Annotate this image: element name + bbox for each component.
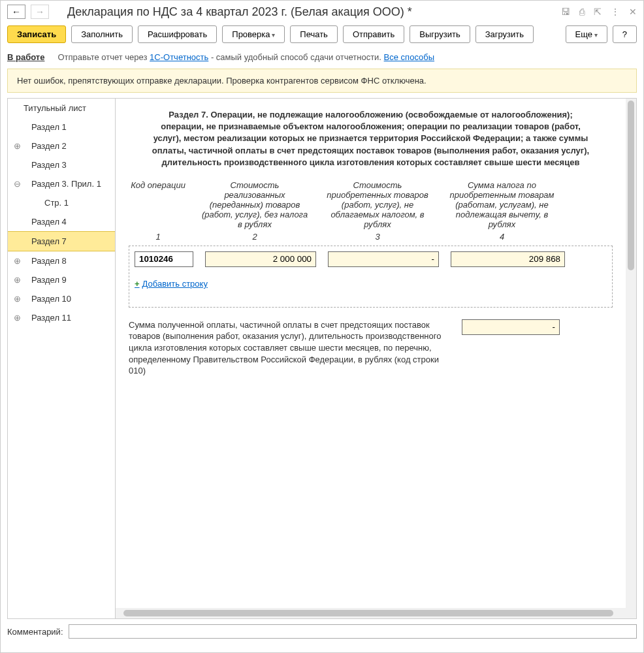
sidebar-item-title-page[interactable]: Титульный лист [8,99,115,118]
close-icon[interactable]: ✕ [629,7,637,17]
sidebar-item-section-3[interactable]: Раздел 3 [8,155,115,174]
columns-header: Код операции Стоимость реализованных (пе… [129,180,613,229]
attach-icon[interactable]: ⇱ [594,7,602,17]
sidebar-item-section-10[interactable]: ⊕Раздел 10 [8,289,115,308]
sidebar-item-section-8[interactable]: ⊕Раздел 8 [8,251,115,270]
sidebar-item-section-4[interactable]: Раздел 4 [8,212,115,231]
sidebar-item-section-11[interactable]: ⊕Раздел 11 [8,308,115,327]
fill-button[interactable]: Заполнить [71,25,133,43]
info-banner: Нет ошибок, препятствующих отправке декл… [7,69,637,93]
more-button[interactable]: Еще [566,25,607,43]
col-header-4: Сумма налога по приобретенным товарам (р… [445,180,559,229]
col-header-3: Стоимость приобретенных товаров (работ, … [322,180,433,229]
main-wrapper: Раздел 7. Операции, не подлежащие налого… [116,99,636,618]
send-button[interactable]: Отправить [343,25,404,43]
status-state[interactable]: В работе [7,52,44,62]
col-header-2: Стоимость реализованных (переданных) тов… [199,180,310,229]
col-num-row: 1 2 3 4 [129,232,613,242]
col-header-1: Код операции [129,180,187,229]
comment-input[interactable] [69,624,637,639]
nav-forward-button[interactable]: → [31,5,49,19]
expand-icon[interactable]: ⊕ [13,256,21,266]
check-button[interactable]: Проверка [222,25,285,43]
status-text: Отправьте отчет через 1С-Отчетность - са… [57,52,434,62]
link-1c-report[interactable]: 1С-Отчетность [150,52,208,62]
window-title: Декларация по НДС за 4 квартал 2023 г. (… [67,5,556,19]
collapse-icon[interactable]: ⊖ [13,179,21,189]
decrypt-button[interactable]: Расшифровать [138,25,217,43]
title-icons: 🖫 ⎙ ⇱ ⋮ ✕ [561,7,637,17]
comment-label: Комментарий: [7,627,63,637]
comment-row: Комментарий: [1,619,643,644]
expand-icon[interactable]: ⊕ [13,313,21,323]
expand-icon[interactable]: ⊕ [13,141,21,151]
upload-button[interactable]: Выгрузить [410,25,470,43]
bottom-description: Сумма полученной оплаты, частичной оплат… [129,319,449,377]
sidebar-item-page-1[interactable]: Стр. 1 [8,193,115,212]
expand-icon[interactable]: ⊕ [13,275,21,285]
data-block: +Добавить строку [129,246,613,308]
help-button[interactable]: ? [613,25,637,43]
sidebar-item-section-7[interactable]: Раздел 7 [8,231,115,251]
vertical-scrollbar[interactable] [626,99,636,618]
sidebar: Титульный лист Раздел 1 ⊕Раздел 2 Раздел… [8,99,116,618]
bottom-value-input[interactable] [462,319,560,335]
download-button[interactable]: Загрузить [475,25,534,43]
print-icon[interactable]: ⎙ [579,7,585,17]
content: Титульный лист Раздел 1 ⊕Раздел 2 Раздел… [7,98,637,619]
sidebar-item-section-1[interactable]: Раздел 1 [8,118,115,136]
print-button[interactable]: Печать [290,25,338,43]
value-2-input[interactable] [205,251,316,267]
code-input[interactable] [135,251,193,267]
save-icon[interactable]: 🖫 [561,7,570,17]
horizontal-scrollbar[interactable] [116,608,626,618]
main-panel: Раздел 7. Операции, не подлежащие налого… [116,99,626,383]
value-4-input[interactable] [451,251,565,267]
data-row [135,251,607,267]
toolbar: Записать Заполнить Расшифровать Проверка… [1,23,643,50]
link-all-ways[interactable]: Все способы [384,52,434,62]
plus-icon: + [135,279,140,289]
sidebar-item-section-3-app1[interactable]: ⊖Раздел 3. Прил. 1 [8,174,115,193]
bottom-block: Сумма полученной оплаты, частичной оплат… [129,319,613,377]
menu-icon[interactable]: ⋮ [611,7,620,17]
nav-back-button[interactable]: ← [7,5,25,19]
expand-icon[interactable]: ⊕ [13,294,21,304]
write-button[interactable]: Записать [7,25,66,43]
status-row: В работе Отправьте отчет через 1С-Отчетн… [1,50,643,69]
add-row-link[interactable]: +Добавить строку [135,279,208,289]
value-3-input[interactable] [328,251,439,267]
sidebar-item-section-2[interactable]: ⊕Раздел 2 [8,136,115,155]
titlebar: ← → Декларация по НДС за 4 квартал 2023 … [1,1,643,23]
section-7-title: Раздел 7. Операции, не подлежащие налого… [148,109,593,168]
sidebar-item-section-9[interactable]: ⊕Раздел 9 [8,270,115,289]
